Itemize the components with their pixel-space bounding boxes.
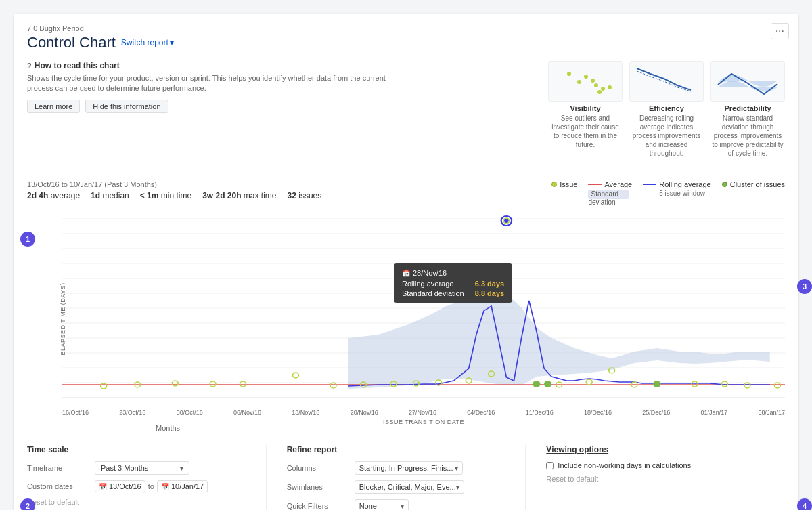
stat-min: < 1m min time bbox=[140, 191, 191, 200]
swimlanes-row: Swimlanes Blocker, Critical, Major, Eve.… bbox=[287, 480, 512, 494]
info-card-predictability-title: Predictability bbox=[710, 104, 785, 112]
rolling-avg-line-icon bbox=[643, 184, 656, 185]
svg-point-44 bbox=[330, 383, 336, 388]
svg-point-52 bbox=[533, 381, 540, 387]
annotation-2: 2 bbox=[20, 498, 35, 510]
non-working-days-label: Include non-working days in calculations bbox=[558, 461, 691, 469]
predictability-chart-img bbox=[710, 61, 785, 102]
std-dev-legend: Standard deviation bbox=[588, 190, 629, 199]
custom-dates-row: Custom dates 📅 13/Oct/16 to 📅 10/Jan/17 bbox=[27, 480, 252, 492]
page-title: Control Chart bbox=[27, 34, 116, 51]
months-label: Months bbox=[156, 424, 180, 432]
chart-svg: 0 2 4 6 8 10 12 14 16 18 20 22 24 26 bbox=[62, 206, 785, 406]
calendar-icon: 📅 bbox=[161, 483, 169, 490]
info-buttons: Learn more Hide this information bbox=[27, 100, 535, 113]
viewing-options-title[interactable]: Viewing options bbox=[546, 445, 771, 454]
timeframe-row: Timeframe Past 3 Months ▾ bbox=[27, 461, 252, 475]
svg-point-38 bbox=[101, 383, 107, 389]
annotation-4: 4 bbox=[797, 498, 812, 510]
svg-point-7 bbox=[608, 85, 612, 89]
learn-more-button[interactable]: Learn more bbox=[27, 100, 80, 113]
breadcrumb: 7.0 Bugfix Period bbox=[27, 24, 785, 33]
info-card-efficiency-text: Decreasing rolling average indicates pro… bbox=[629, 114, 704, 158]
average-line-icon bbox=[588, 184, 602, 185]
svg-point-42 bbox=[240, 381, 246, 387]
svg-point-2 bbox=[577, 80, 581, 84]
stat-issues: 32 issues bbox=[288, 191, 322, 200]
main-card: ··· 7.0 Bugfix Period Control Chart Swit… bbox=[14, 14, 798, 510]
info-card-visibility-text: See outliers and investigate their cause… bbox=[548, 114, 623, 149]
chart-container: ELAPSED TIME (DAYS) bbox=[62, 206, 785, 425]
cluster-dot-icon bbox=[722, 182, 727, 187]
columns-select[interactable]: Starting, In Progress, Finis... ▾ bbox=[355, 461, 463, 475]
svg-point-58 bbox=[653, 381, 660, 387]
refine-title: Refine report bbox=[287, 445, 512, 454]
time-scale-title: Time scale bbox=[27, 445, 252, 454]
info-section: ? How to read this chart Shows the cycle… bbox=[27, 61, 785, 169]
to-date-input[interactable]: 📅 10/Jan/17 bbox=[157, 480, 208, 492]
svg-point-53 bbox=[544, 381, 551, 387]
legend-issue: Issue bbox=[551, 180, 577, 188]
timeframe-select[interactable]: Past 3 Months ▾ bbox=[95, 461, 189, 475]
quick-filters-row: Quick Filters None ▾ bbox=[287, 499, 512, 510]
non-working-days-checkbox[interactable] bbox=[546, 462, 554, 469]
legend-average: Average bbox=[588, 180, 632, 188]
refine-section: Refine report Columns Starting, In Progr… bbox=[266, 445, 526, 510]
annotation-1: 1 bbox=[20, 232, 35, 247]
swimlanes-label: Swimlanes bbox=[287, 483, 348, 491]
info-left: ? How to read this chart Shows the cycle… bbox=[27, 61, 535, 158]
svg-point-43 bbox=[292, 373, 298, 378]
stat-median: 1d median bbox=[91, 191, 129, 200]
svg-point-4 bbox=[594, 83, 598, 87]
page-title-row: Control Chart Switch report ▾ bbox=[27, 34, 785, 51]
to-label: to bbox=[148, 482, 154, 490]
switch-report-button[interactable]: Switch report ▾ bbox=[121, 38, 174, 47]
non-working-days-row: Include non-working days in calculations bbox=[546, 461, 771, 469]
chevron-down-icon: ▾ bbox=[180, 465, 183, 472]
controls-row: Time scale Timeframe Past 3 Months ▾ Cus… bbox=[27, 435, 785, 510]
quick-filters-label: Quick Filters bbox=[287, 502, 348, 510]
custom-dates-label: Custom dates bbox=[27, 482, 88, 490]
legend-cluster: Cluster of issues bbox=[722, 180, 785, 188]
legend-rolling: Rolling average bbox=[643, 180, 710, 188]
efficiency-chart-img bbox=[629, 61, 704, 102]
svg-point-6 bbox=[597, 90, 602, 94]
svg-point-1 bbox=[584, 75, 588, 79]
info-text: Shows the cycle time for your product, v… bbox=[27, 73, 406, 94]
date-range: 13/Oct/16 to 10/Jan/17 (Past 3 Months) bbox=[27, 180, 321, 188]
info-card-visibility-title: Visibility bbox=[548, 104, 623, 112]
viewing-section: Viewing options Include non-working days… bbox=[525, 445, 785, 510]
columns-row: Columns Starting, In Progress, Finis... … bbox=[287, 461, 512, 475]
svg-point-55 bbox=[586, 379, 592, 385]
chevron-down-icon: ▾ bbox=[456, 484, 459, 491]
from-date-input[interactable]: 📅 13/Oct/16 bbox=[95, 480, 145, 492]
hide-info-button[interactable]: Hide this information bbox=[85, 100, 168, 113]
calendar-icon: 📅 bbox=[99, 483, 107, 490]
chevron-down-icon: ▾ bbox=[401, 503, 404, 510]
timeframe-label: Timeframe bbox=[27, 464, 88, 472]
menu-button[interactable]: ··· bbox=[771, 23, 789, 39]
legend: Issue Average Standard deviation Rolling… bbox=[551, 180, 785, 199]
quick-filters-select[interactable]: None ▾ bbox=[355, 499, 409, 510]
svg-point-0 bbox=[567, 72, 571, 76]
svg-point-5 bbox=[601, 87, 605, 91]
stats-row: 2d 4h average 1d median < 1m min time 3w… bbox=[27, 191, 321, 200]
swimlanes-select[interactable]: Blocker, Critical, Major, Eve... ▾ bbox=[355, 480, 464, 494]
svg-point-40 bbox=[172, 381, 178, 386]
info-card-efficiency-title: Efficiency bbox=[629, 104, 704, 112]
chevron-down-icon: ▾ bbox=[170, 38, 174, 47]
time-scale-reset: Reset to default bbox=[27, 498, 252, 506]
columns-label: Columns bbox=[287, 464, 348, 472]
svg-point-41 bbox=[210, 381, 216, 387]
svg-point-37 bbox=[504, 219, 509, 223]
info-card-efficiency: Efficiency Decreasing rolling average in… bbox=[629, 61, 704, 158]
y-axis-label: ELAPSED TIME (DAYS) bbox=[60, 282, 66, 355]
info-cards: Visibility See outliers and investigate … bbox=[548, 61, 785, 158]
svg-point-61 bbox=[744, 383, 750, 388]
stat-average: 2d 4h average bbox=[27, 191, 80, 200]
annotation-3: 3 bbox=[797, 279, 812, 294]
rolling-sub: 5 issue window bbox=[659, 190, 710, 197]
time-scale-section: Time scale Timeframe Past 3 Months ▾ Cus… bbox=[27, 445, 266, 510]
info-card-predictability-text: Narrow standard deviation through proces… bbox=[710, 114, 785, 158]
svg-point-59 bbox=[692, 381, 698, 387]
